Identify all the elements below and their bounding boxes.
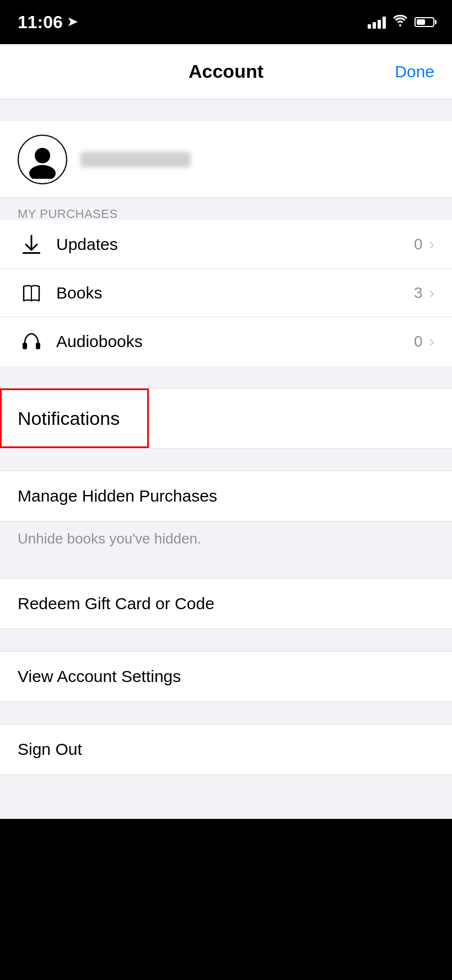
redeem-item[interactable]: Redeem Gift Card or Code <box>0 579 452 629</box>
section-separator-account <box>0 629 452 651</box>
audiobooks-label: Audiobooks <box>56 332 414 351</box>
wifi-icon <box>392 14 408 30</box>
section-separator-top <box>0 99 452 121</box>
purchases-audiobooks-item[interactable]: Audiobooks 0 › <box>0 317 452 366</box>
done-button[interactable]: Done <box>395 62 434 81</box>
purchases-books-item[interactable]: Books 3 › <box>0 269 452 317</box>
svg-rect-5 <box>23 343 27 349</box>
svg-point-0 <box>35 148 50 163</box>
books-badge: 3 <box>414 284 423 302</box>
sign-out-label: Sign Out <box>18 740 82 759</box>
redeem-section: Redeem Gift Card or Code <box>0 578 452 629</box>
profile-section <box>0 121 452 198</box>
section-separator-purchases: MY PURCHASES <box>0 198 452 220</box>
manage-hidden-sublabel: Unhide books you've hidden. <box>0 521 452 556</box>
svg-point-1 <box>29 165 56 179</box>
notifications-item[interactable]: Notifications <box>0 388 452 448</box>
account-settings-label: View Account Settings <box>18 667 181 686</box>
battery-icon <box>415 17 434 27</box>
location-arrow-icon: ➤ <box>67 15 77 29</box>
updates-chevron-icon: › <box>429 236 434 253</box>
download-icon <box>18 231 45 258</box>
account-settings-item[interactable]: View Account Settings <box>0 652 452 701</box>
account-settings-section: View Account Settings <box>0 651 452 702</box>
notifications-highlight-box <box>0 388 149 448</box>
signal-icon <box>368 15 386 29</box>
status-bar: 11:06 ➤ <box>0 0 452 44</box>
updates-badge: 0 <box>414 236 423 253</box>
status-icons <box>368 14 434 30</box>
audiobooks-badge: 0 <box>414 333 423 350</box>
book-icon <box>18 279 45 307</box>
books-chevron-icon: › <box>429 284 434 302</box>
audiobooks-chevron-icon: › <box>429 333 434 350</box>
purchases-updates-item[interactable]: Updates 0 › <box>0 220 452 269</box>
home-indicator <box>171 967 281 971</box>
manage-hidden-label: Manage Hidden Purchases <box>18 487 217 505</box>
status-time: 11:06 ➤ <box>18 12 77 33</box>
section-separator-notifications <box>0 366 452 388</box>
manage-hidden-section: Manage Hidden Purchases <box>0 471 452 521</box>
books-label: Books <box>56 284 414 302</box>
username-blurred <box>80 152 191 167</box>
bottom-area <box>0 775 452 819</box>
nav-header: Account Done <box>0 44 452 99</box>
sign-out-item[interactable]: Sign Out <box>0 725 452 774</box>
updates-label: Updates <box>56 235 414 254</box>
purchases-list: Updates 0 › Books 3 › Audiobooks 0 › <box>0 220 452 366</box>
sign-out-section: Sign Out <box>0 724 452 775</box>
section-separator-signout <box>0 702 452 724</box>
avatar <box>18 135 67 184</box>
section-separator-manage <box>0 449 452 471</box>
redeem-label: Redeem Gift Card or Code <box>18 594 214 613</box>
section-separator-redeem <box>0 556 452 578</box>
headphones-icon <box>18 328 45 355</box>
page-title: Account <box>189 61 263 82</box>
manage-hidden-item[interactable]: Manage Hidden Purchases <box>0 471 452 521</box>
notifications-section: Notifications <box>0 388 452 449</box>
svg-rect-6 <box>36 343 40 349</box>
